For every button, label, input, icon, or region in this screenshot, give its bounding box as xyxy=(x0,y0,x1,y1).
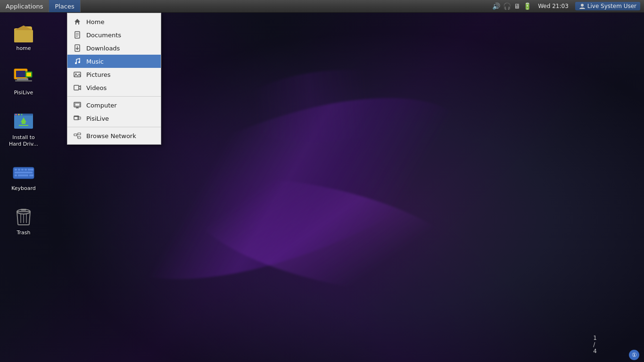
svg-rect-52 xyxy=(78,117,81,119)
home-menu-icon xyxy=(73,17,82,26)
battery-icon[interactable]: 🔋 xyxy=(523,2,531,10)
svg-line-57 xyxy=(77,135,78,138)
taskbar: Applications Places 🔊 🎧 🖥 🔋 Wed 21:03 Li… xyxy=(0,0,644,13)
pisilive-menu-icon xyxy=(73,114,82,123)
svg-rect-16 xyxy=(19,125,28,126)
downloads-menu-icon xyxy=(73,44,82,52)
svg-rect-21 xyxy=(21,169,24,171)
svg-rect-4 xyxy=(16,71,25,77)
keyboard-icon-label: Keyboard xyxy=(11,185,36,192)
install-icon xyxy=(12,110,35,132)
display-icon[interactable]: 🖥 xyxy=(514,2,520,10)
svg-rect-22 xyxy=(25,169,27,171)
trash-icon xyxy=(12,205,35,228)
desktop-icon-home[interactable]: home xyxy=(5,19,42,54)
desktop-icon-keyboard[interactable]: Keyboard xyxy=(5,159,42,194)
trash-icon-label: Trash xyxy=(17,230,30,236)
menu-item-downloads[interactable]: Downloads xyxy=(67,41,161,55)
svg-rect-45 xyxy=(74,85,79,90)
svg-rect-8 xyxy=(26,73,31,76)
videos-menu-icon xyxy=(73,83,82,92)
system-tray: 🔊 🎧 🖥 🔋 xyxy=(492,2,531,10)
volume-icon[interactable]: 🔊 xyxy=(492,2,500,10)
computer-menu-icon xyxy=(73,101,82,109)
svg-point-0 xyxy=(581,4,584,7)
page-button[interactable]: ① xyxy=(629,350,639,360)
user-icon xyxy=(579,3,586,9)
svg-rect-19 xyxy=(15,169,17,171)
menu-item-documents-label: Documents xyxy=(86,32,121,39)
headphone-icon[interactable]: 🎧 xyxy=(503,2,511,10)
svg-rect-2 xyxy=(14,30,33,42)
page-indicator: 1 / 4 xyxy=(593,335,597,354)
menu-item-downloads-label: Downloads xyxy=(86,45,120,52)
user-menu-button[interactable]: Live System User xyxy=(575,2,640,10)
home-icon-label: home xyxy=(16,45,31,52)
pictures-menu-icon xyxy=(73,70,82,79)
svg-rect-34 xyxy=(76,23,78,25)
menu-item-music[interactable]: Music xyxy=(67,55,161,68)
svg-rect-5 xyxy=(17,78,28,80)
keyboard-icon xyxy=(12,161,35,183)
svg-rect-47 xyxy=(75,103,80,106)
svg-rect-24 xyxy=(30,169,33,171)
home-folder-icon xyxy=(12,21,35,43)
svg-rect-15 xyxy=(22,122,25,124)
svg-rect-25 xyxy=(15,172,33,173)
places-menu-button[interactable]: Places xyxy=(49,0,80,12)
menu-item-home[interactable]: Home xyxy=(67,15,161,28)
applications-menu-button[interactable]: Applications xyxy=(0,0,49,12)
places-menu: Home Documents Downloads xyxy=(67,13,161,145)
svg-rect-54 xyxy=(78,133,81,135)
menu-item-pictures-label: Pictures xyxy=(86,71,110,78)
svg-rect-6 xyxy=(15,80,32,82)
taskbar-left: Applications Places xyxy=(0,0,81,12)
svg-rect-55 xyxy=(78,137,81,139)
svg-rect-53 xyxy=(74,134,77,136)
menu-item-computer[interactable]: Computer xyxy=(67,99,161,112)
desktop-icon-pisilive[interactable]: PisiLive xyxy=(5,63,42,98)
user-label: Live System User xyxy=(587,3,636,9)
browse-network-menu-icon xyxy=(73,132,82,140)
menu-item-videos-label: Videos xyxy=(86,84,107,91)
pisilive-icon-label: PisiLive xyxy=(14,90,33,96)
menu-item-videos[interactable]: Videos xyxy=(67,81,161,94)
menu-item-documents[interactable]: Documents xyxy=(67,28,161,41)
desktop-icons-container: home PisiLive xyxy=(5,19,42,239)
desktop-icon-install[interactable]: Install to Hard Driv... xyxy=(5,108,42,150)
svg-point-12 xyxy=(18,114,20,115)
svg-rect-23 xyxy=(28,169,30,171)
menu-item-pictures[interactable]: Pictures xyxy=(67,68,161,81)
menu-item-pisilive-label: PisiLive xyxy=(86,115,109,122)
menu-item-computer-label: Computer xyxy=(86,102,117,109)
install-icon-label: Install to Hard Driv... xyxy=(7,134,41,148)
menu-separator-2 xyxy=(67,127,161,127)
svg-point-11 xyxy=(16,114,17,115)
menu-item-browse-network[interactable]: Browse Network xyxy=(67,129,161,142)
clock: Wed 21:03 xyxy=(535,3,571,9)
svg-rect-33 xyxy=(21,209,26,211)
svg-rect-27 xyxy=(18,174,28,176)
documents-menu-icon xyxy=(73,31,82,39)
pisilive-icon xyxy=(12,65,35,88)
menu-item-home-label: Home xyxy=(86,18,104,25)
svg-point-13 xyxy=(21,114,23,115)
svg-point-42 xyxy=(78,61,80,63)
menu-item-browse-network-label: Browse Network xyxy=(86,132,136,140)
svg-rect-20 xyxy=(18,169,20,171)
menu-item-pisilive[interactable]: PisiLive xyxy=(67,112,161,125)
taskbar-right: 🔊 🎧 🖥 🔋 Wed 21:03 Live System User xyxy=(488,0,644,12)
menu-item-music-label: Music xyxy=(86,58,104,65)
svg-rect-10 xyxy=(14,114,33,115)
menu-separator-1 xyxy=(67,96,161,97)
svg-rect-26 xyxy=(15,174,17,176)
desktop-icon-trash[interactable]: Trash xyxy=(5,203,42,238)
svg-point-41 xyxy=(75,62,77,64)
music-menu-icon xyxy=(73,57,82,66)
svg-rect-28 xyxy=(29,174,33,176)
